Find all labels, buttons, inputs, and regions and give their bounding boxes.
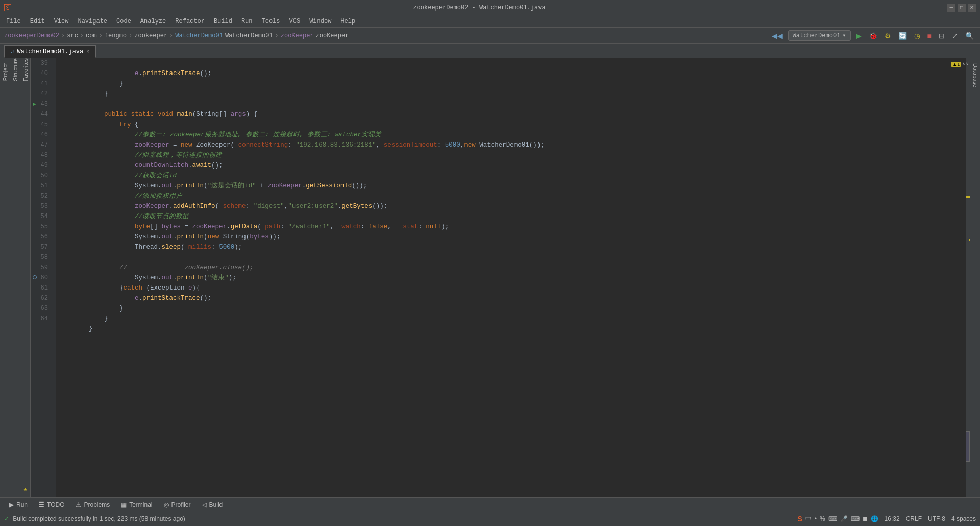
menu-refactor[interactable]: Refactor <box>171 17 209 26</box>
gutter-line-51: 51 <box>31 181 52 191</box>
problems-tab-label: Problems <box>84 501 110 508</box>
status-line-sep[interactable]: CRLF <box>906 515 922 522</box>
code-line-52[interactable]: zooKeeper.addAuthInfo( scheme: "digest",… <box>56 191 966 201</box>
expand-button[interactable]: ⤢ <box>950 31 960 41</box>
breadcrumb-zookeeper-field-label[interactable]: zooKeeper <box>316 32 349 39</box>
status-encoding[interactable]: UTF-8 <box>928 515 945 522</box>
menu-vcs[interactable]: VCS <box>285 17 305 26</box>
java-file-icon: J <box>11 49 14 55</box>
menu-tools[interactable]: Tools <box>258 17 284 26</box>
status-indent[interactable]: 4 spaces <box>951 515 976 522</box>
status-bar: ✓ Build completed successfully in 1 sec,… <box>0 512 980 526</box>
warning-nav-down[interactable]: ∨ <box>966 61 969 67</box>
back-button[interactable]: ◀◀ <box>770 31 785 41</box>
gutter-line-60: 60 <box>31 273 52 283</box>
breadcrumb-zookeeper-field[interactable]: zooKeeper <box>281 32 314 39</box>
app-logo: 🅂 <box>4 4 11 12</box>
database-label-text: Database <box>972 63 978 87</box>
code-line-45[interactable]: //参数一: zookeeper服务器地址, 参数二: 连接超时, 参数三: w… <box>56 119 966 130</box>
run-config-selector[interactable]: WatcherDemo01 ▾ <box>788 30 851 41</box>
menu-run[interactable]: Run <box>237 17 257 26</box>
menu-edit[interactable]: Edit <box>26 17 49 26</box>
warning-nav-up[interactable]: ∧ <box>962 61 965 67</box>
tab-watcherdemo01[interactable]: J WatcherDemo01.java × <box>4 45 96 58</box>
window-controls: ─ □ ✕ <box>947 4 976 12</box>
breadcrumb-src[interactable]: src <box>67 32 78 39</box>
stop-button[interactable]: ■ <box>925 31 934 41</box>
code-line-50[interactable]: System.out.println("这是会话的id" + zooKeeper… <box>56 171 966 181</box>
favorites-sidebar[interactable]: Favorites ★ <box>20 58 31 497</box>
menu-file[interactable]: File <box>2 17 25 26</box>
menu-view[interactable]: View <box>50 17 73 26</box>
bottom-tab-profiler[interactable]: ◎ Profiler <box>159 499 196 510</box>
gutter-line-59: 59 <box>31 262 52 273</box>
coverage-button[interactable]: ⚙ <box>883 31 893 41</box>
code-line-64[interactable]: } <box>56 314 966 324</box>
gutter-line-40: 40 <box>31 68 52 79</box>
bottom-tab-problems[interactable]: ⚠ Problems <box>70 499 115 510</box>
editor-area[interactable]: 39 40 41 42 ▶ 43 44 45 46 47 48 49 50 51… <box>31 58 970 497</box>
menu-build[interactable]: Build <box>210 17 236 26</box>
project-sidebar[interactable]: Project <box>0 58 10 497</box>
gutter-line-62: 62 <box>31 293 52 303</box>
code-content[interactable]: e.printStackTrace(); } } public static v… <box>56 58 966 497</box>
build-button[interactable]: 🔄 <box>896 31 909 41</box>
tab-close-button[interactable]: × <box>86 49 89 55</box>
gutter-line-55: 55 <box>31 222 52 232</box>
gutter-line-56: 56 <box>31 232 52 242</box>
run-gutter-arrow[interactable]: ▶ <box>33 99 36 109</box>
menu-navigate[interactable]: Navigate <box>74 17 111 26</box>
breadcrumb-project[interactable]: zookeeperDemo02 <box>4 32 59 39</box>
menu-window[interactable]: Window <box>305 17 335 26</box>
code-line-58[interactable]: // zooKeeper.close(); <box>56 252 966 262</box>
menu-code[interactable]: Code <box>112 17 135 26</box>
gutter-line-58: 58 <box>31 252 52 262</box>
breadcrumb-com[interactable]: com <box>86 32 97 39</box>
bottom-panel: ▶ Run ☰ TODO ⚠ Problems ▦ Terminal ◎ Pro… <box>0 497 980 526</box>
run-tab-label: Run <box>16 501 28 508</box>
build-tab-icon: ◁ <box>202 501 207 508</box>
window-title: zookeeperDemo02 - WatcherDemo01.java <box>11 4 947 11</box>
structure-sidebar[interactable]: Structure <box>10 58 20 497</box>
menu-help[interactable]: Help <box>336 17 359 26</box>
title-bar-left: 🅂 <box>4 4 11 12</box>
profile-button[interactable]: ◷ <box>912 31 922 41</box>
breadcrumb-watcherdemo01-label[interactable]: WatcherDemo01 <box>225 32 273 39</box>
gutter-line-52: 52 <box>31 191 52 201</box>
code-line-54[interactable]: byte[] bytes = zooKeeper.getData( path: … <box>56 211 966 222</box>
code-text <box>89 70 135 77</box>
code-line-42[interactable] <box>56 89 966 99</box>
gutter-line-44: 44 <box>31 109 52 119</box>
menu-analyze[interactable]: Analyze <box>136 17 170 26</box>
bottom-tab-terminal[interactable]: ▦ Terminal <box>116 499 157 510</box>
layout-button[interactable]: ⊟ <box>937 31 947 41</box>
code-line-63[interactable]: } <box>56 303 966 314</box>
database-sidebar[interactable]: Database <box>970 58 980 497</box>
toolbar: zookeeperDemo02 › src › com › fengmo › z… <box>0 28 980 44</box>
scrollbar-thumb[interactable] <box>966 431 970 462</box>
maximize-button[interactable]: □ <box>958 4 966 12</box>
scroll-mark <box>969 239 970 241</box>
run-button[interactable]: ▶ <box>854 31 864 41</box>
overview-ruler: ▲1 ∧ ∨ <box>966 58 970 497</box>
problems-tab-icon: ⚠ <box>76 501 81 508</box>
code-line-39[interactable]: e.printStackTrace(); <box>56 58 966 68</box>
warning-count-badge: ▲1 <box>951 62 961 67</box>
breadcrumb-zookeeper[interactable]: zookeeper <box>134 32 167 39</box>
close-button[interactable]: ✕ <box>968 4 976 12</box>
minimize-button[interactable]: ─ <box>947 4 955 12</box>
bottom-tab-todo[interactable]: ☰ TODO <box>34 499 69 510</box>
debug-button[interactable]: 🐞 <box>867 31 879 41</box>
breadcrumb-watcherdemo01[interactable]: WatcherDemo01 <box>175 32 223 39</box>
run-tab-icon: ▶ <box>9 501 14 508</box>
bottom-tab-build[interactable]: ◁ Build <box>197 499 228 510</box>
breadcrumb-fengmo[interactable]: fengmo <box>105 32 127 39</box>
code-line-43[interactable]: public static void main(String[] args) { <box>56 99 966 109</box>
warning-mark <box>966 196 970 198</box>
favorites-star-icon[interactable]: ★ <box>23 485 27 497</box>
search-everywhere-button[interactable]: 🔍 <box>963 31 976 41</box>
bottom-tab-run[interactable]: ▶ Run <box>4 499 33 510</box>
structure-label-text: Structure <box>12 58 18 86</box>
code-line-41[interactable]: } <box>56 79 966 89</box>
gutter-line-61: 61 <box>31 283 52 293</box>
